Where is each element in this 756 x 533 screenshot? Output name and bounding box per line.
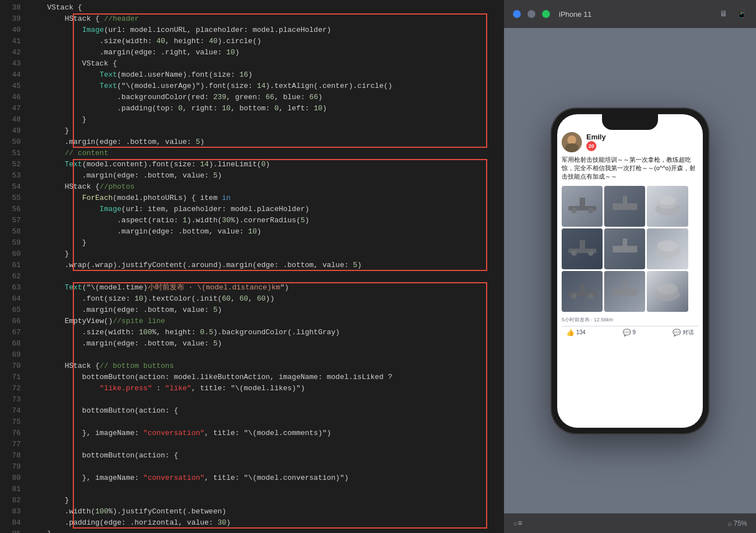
divider-line bbox=[562, 326, 698, 326]
code-line: .aspect(ratio: 1).width(30%).cornerRadiu… bbox=[25, 215, 504, 226]
action-bar: 👍 134 💬 9 💬 对话 bbox=[562, 329, 698, 336]
iphone-notch bbox=[602, 114, 658, 130]
code-line: .backgroundColor(red: 239, green: 66, bl… bbox=[25, 92, 504, 103]
avatar bbox=[562, 132, 582, 152]
code-line bbox=[25, 417, 504, 428]
code-line: } bbox=[25, 529, 504, 533]
photo-item-5 bbox=[604, 228, 645, 269]
preview-bottom-bar: ☆ ≡ ⌕ 75% bbox=[504, 513, 756, 533]
code-line: Text("\(model.time)小时前发布 · \(model.dista… bbox=[25, 282, 504, 293]
code-line: bottomButton(action: model.likeButtonAct… bbox=[25, 372, 504, 383]
code-line: } bbox=[25, 114, 504, 125]
iphone-frame: Emily 20 军用枪射击技能培训～～第一次拿枪，教练超吃惊，完全不相信我第一… bbox=[552, 109, 708, 433]
svg-rect-13 bbox=[580, 240, 585, 251]
iphone-container: Emily 20 军用枪射击技能培训～～第一次拿枪，教练超吃惊，完全不相信我第一… bbox=[540, 28, 720, 513]
age-badge: 20 bbox=[586, 141, 596, 151]
code-line: } bbox=[25, 125, 504, 137]
code-line: .size(width: 40, height: 40).circle() bbox=[25, 36, 504, 47]
preview-panel: iPhone 11 🖥 📱 bbox=[504, 0, 756, 533]
code-line bbox=[25, 349, 504, 361]
code-line: .wrap(.wrap).justifyContent(.around).mar… bbox=[25, 260, 504, 271]
svg-point-6 bbox=[588, 208, 594, 213]
photo-item-9 bbox=[647, 271, 688, 312]
svg-point-22 bbox=[571, 293, 577, 299]
post-header: Emily 20 bbox=[562, 132, 698, 152]
code-line: ForEach(model.photoURLs) { item in bbox=[25, 193, 504, 204]
like-button[interactable]: 👍 134 bbox=[566, 329, 586, 336]
list-icon: ≡ bbox=[517, 519, 522, 528]
conversation-icon: 💬 bbox=[673, 329, 681, 336]
code-line: Image(url: item, placeholder: model.plac… bbox=[25, 204, 504, 215]
code-line: .margin(edge: .right, value: 10) bbox=[25, 47, 504, 58]
code-line: .margin(edge: .bottom, value: 5) bbox=[25, 170, 504, 181]
svg-point-11 bbox=[659, 196, 676, 205]
photo-item-7 bbox=[562, 271, 603, 312]
toolbar-dot-blue bbox=[513, 10, 521, 18]
code-line: VStack { bbox=[25, 2, 504, 13]
iphone-screen: Emily 20 军用枪射击技能培训～～第一次拿枪，教练超吃惊，完全不相信我第一… bbox=[557, 114, 703, 428]
post-meta: 5小时前发布 · 12.56km bbox=[562, 316, 698, 324]
code-line: .width(100%).justifyContent(.between) bbox=[25, 506, 504, 517]
code-line: .margin(edge: .bottom, value: 5) bbox=[25, 305, 504, 316]
code-line: .margin(edge: .bottom, value: 5) bbox=[25, 137, 504, 148]
photo-item-3 bbox=[647, 186, 688, 227]
code-line bbox=[25, 394, 504, 405]
photo-item-4 bbox=[562, 228, 603, 269]
code-content[interactable]: VStack { HStack { //header Image(url: mo… bbox=[25, 0, 504, 533]
monitor-icon[interactable]: 🖥 bbox=[718, 8, 729, 20]
zoom-level: ⌕ 75% bbox=[728, 520, 747, 527]
photo-grid bbox=[562, 186, 698, 312]
code-line: .margin(edge: .bottom, value: 10) bbox=[25, 226, 504, 237]
code-line: .size(width: 100%, height: 0.5).backgrou… bbox=[25, 327, 504, 338]
code-line bbox=[25, 271, 504, 282]
svg-point-27 bbox=[657, 283, 678, 294]
comment-button[interactable]: 💬 9 bbox=[623, 329, 636, 336]
code-line bbox=[25, 439, 504, 450]
line-numbers: 3839404142434445464748495051525354555657… bbox=[0, 0, 25, 533]
code-line: }, imageName: "conversation", title: "\(… bbox=[25, 473, 504, 484]
svg-point-1 bbox=[567, 135, 576, 144]
phone-icon[interactable]: 📱 bbox=[736, 8, 747, 20]
code-line: HStack {//photos bbox=[25, 181, 504, 193]
svg-point-5 bbox=[571, 208, 577, 213]
code-line: EmptyView()//spite line bbox=[25, 316, 504, 327]
svg-point-14 bbox=[571, 250, 577, 256]
comment-icon: 💬 bbox=[623, 329, 631, 336]
app-content[interactable]: Emily 20 军用枪射击技能培训～～第一次拿枪，教练超吃惊，完全不相信我第一… bbox=[557, 114, 703, 428]
code-line: HStack {// bottom buttons bbox=[25, 361, 504, 372]
likes-count: 134 bbox=[576, 329, 586, 335]
conversation-label: 对话 bbox=[683, 329, 694, 336]
photo-item-1 bbox=[562, 186, 603, 227]
code-line: .padding(top: 0, right: 10, bottom: 0, l… bbox=[25, 103, 504, 114]
svg-point-15 bbox=[588, 250, 594, 256]
code-line: .font(size: 10).textColor(.init(60, 60, … bbox=[25, 293, 504, 305]
code-line: Text(model.content).font(size: 14).lineL… bbox=[25, 159, 504, 170]
code-line: bottomButton(action: { bbox=[25, 450, 504, 461]
star-icon: ☆ bbox=[513, 518, 517, 528]
code-line: HStack { //header bbox=[25, 13, 504, 25]
photo-item-2 bbox=[604, 186, 645, 227]
svg-rect-17 bbox=[623, 239, 627, 249]
photo-item-6 bbox=[647, 228, 688, 269]
code-line: bottomButton(action: { bbox=[25, 405, 504, 417]
svg-point-19 bbox=[657, 240, 678, 251]
code-line: .margin(edge: .bottom, value: 5) bbox=[25, 338, 504, 349]
post-content-text: 军用枪射击技能培训～～第一次拿枪，教练超吃惊，完全不相信我第一次打枪～～(o^^… bbox=[562, 156, 698, 181]
photo-item-8 bbox=[604, 271, 645, 312]
conversation-button[interactable]: 💬 对话 bbox=[673, 329, 694, 336]
code-line: }, imageName: "conversation", title: "\(… bbox=[25, 428, 504, 439]
code-line: Image(url: model.iconURL, placeholder: m… bbox=[25, 25, 504, 36]
comments-count: 9 bbox=[633, 329, 636, 335]
code-line: Text(model.userName).font(size: 16) bbox=[25, 69, 504, 81]
svg-point-2 bbox=[565, 143, 578, 152]
toolbar-dot-green bbox=[542, 10, 550, 18]
svg-rect-8 bbox=[623, 196, 627, 206]
code-editor: 3839404142434445464748495051525354555657… bbox=[0, 0, 504, 533]
code-line: // content bbox=[25, 148, 504, 159]
code-line: } bbox=[25, 249, 504, 260]
code-line: VStack { bbox=[25, 58, 504, 69]
svg-rect-4 bbox=[580, 198, 585, 209]
code-line: .padding(edge: .horizontal, value: 30) bbox=[25, 517, 504, 529]
username-label: Emily bbox=[586, 133, 606, 141]
code-line bbox=[25, 461, 504, 473]
